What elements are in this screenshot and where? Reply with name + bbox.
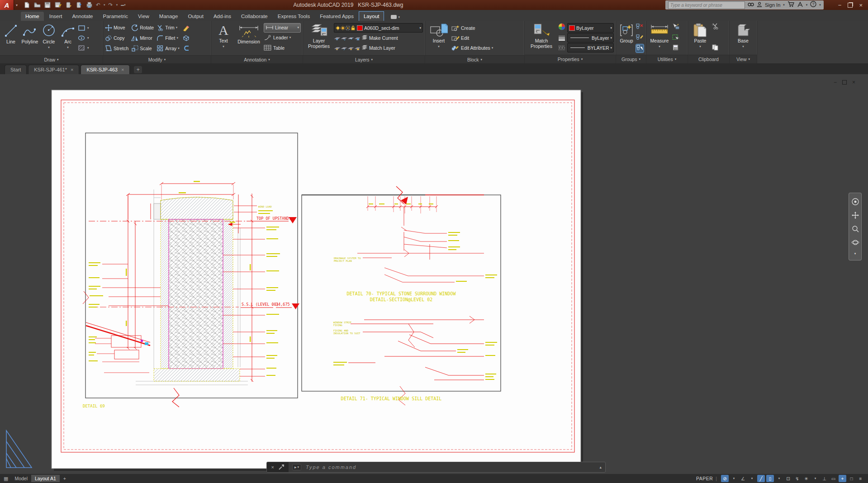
close-tab-icon[interactable]: × — [121, 67, 124, 72]
status-osnap-dropdown-icon[interactable]: ▾ — [775, 475, 783, 482]
mirror-button[interactable]: Mirror — [131, 33, 154, 43]
status-osnap-icon[interactable]: ▯ — [766, 475, 774, 482]
status-osnap-tracking-icon[interactable]: ╱ — [757, 475, 765, 482]
panel-label-groups[interactable]: Groups▾ — [616, 55, 646, 63]
dimension-button[interactable]: Dimension — [235, 22, 263, 54]
block-create-button[interactable]: Create — [451, 23, 522, 33]
new-layout-button[interactable]: + — [60, 475, 70, 482]
tab-featured-apps[interactable]: Featured Apps — [315, 12, 358, 21]
group-edit-icon[interactable] — [636, 34, 644, 42]
lineweight-dropdown[interactable]: ByLayer▾ — [567, 33, 614, 43]
app-dropdown-icon[interactable]: ▾ — [806, 3, 808, 7]
join-icon[interactable] — [182, 43, 190, 53]
table-button[interactable]: Table — [264, 43, 301, 53]
arc-button[interactable]: Arc ▾ — [59, 22, 77, 54]
rectangle-tool[interactable]: ▾ — [78, 23, 89, 33]
tab-annotate[interactable]: Annotate — [67, 12, 97, 21]
status-workspace-icon[interactable]: ✳ — [802, 475, 810, 482]
linetype-icon[interactable] — [558, 44, 565, 52]
insert-button[interactable]: Insert ▾ — [427, 22, 451, 54]
edit-attributes-button[interactable]: Edit Attributes▾ — [451, 43, 522, 53]
status-quick-properties-icon[interactable]: + — [839, 475, 846, 482]
color-dropdown[interactable]: ByLayer▾ — [567, 23, 614, 33]
close-button[interactable]: × — [859, 2, 863, 8]
lineweight-icon[interactable] — [558, 34, 565, 43]
panel-label-annotation[interactable]: Annotation▾ — [211, 55, 303, 63]
status-selection-cycling-icon[interactable]: ⊡ — [784, 475, 792, 482]
panel-label-view[interactable]: View▾ — [730, 55, 757, 63]
array-button[interactable]: Array▾ — [157, 43, 180, 53]
circle-button[interactable]: Circle ▾ — [40, 22, 58, 54]
new-file-icon[interactable] — [23, 1, 30, 9]
panel-label-properties[interactable]: Properties▾ — [525, 55, 616, 63]
cmd-history-icon[interactable]: ▴ — [599, 465, 602, 469]
help-icon[interactable]: ? — [810, 1, 816, 9]
object-color-icon[interactable] — [558, 23, 565, 32]
leader-button[interactable]: Leader▾ — [264, 33, 301, 43]
navbar-more-icon[interactable]: ▾ — [854, 252, 856, 256]
status-polar-tracking-icon[interactable]: ⊘ — [721, 475, 729, 482]
doc-restore-icon[interactable] — [842, 80, 847, 85]
status-workspace-dropdown-icon[interactable]: ▾ — [811, 475, 819, 482]
zoom-icon[interactable] — [851, 225, 859, 233]
navigation-bar[interactable]: ▾ — [849, 193, 862, 260]
panel-label-layers[interactable]: Layers▾ — [303, 55, 425, 63]
status-customization-icon[interactable]: ≡ — [857, 475, 864, 482]
hatch-tool[interactable]: ▾ — [78, 43, 89, 53]
line-button[interactable]: Line — [2, 22, 20, 54]
cut-icon[interactable] — [711, 23, 719, 31]
scale-button[interactable]: Scale — [131, 43, 154, 53]
block-edit-button[interactable]: Edit — [451, 33, 522, 43]
layer-properties-button[interactable]: Layer Properties — [305, 22, 333, 54]
app-store-cart-icon[interactable] — [787, 1, 794, 9]
panel-label-block[interactable]: Block▾ — [425, 55, 524, 63]
erase-icon[interactable] — [182, 23, 190, 33]
copy-clip-icon[interactable] — [711, 44, 719, 52]
tab-output[interactable]: Output — [183, 12, 208, 21]
base-button[interactable]: Base ▾ — [734, 22, 752, 54]
trim-button[interactable]: Trim▾ — [157, 23, 180, 33]
match-properties-button[interactable]: Match Properties — [526, 22, 556, 54]
panel-label-utilities[interactable]: Utilities▾ — [646, 55, 688, 63]
ribbon-display-toggle[interactable]: ▾ — [391, 15, 400, 19]
file-tab-start[interactable]: Start — [5, 65, 27, 74]
status-isolate-icon[interactable]: □ — [848, 475, 855, 482]
navigation-wheel-icon[interactable] — [851, 198, 859, 206]
doc-close-icon[interactable]: × — [852, 80, 855, 85]
redo-icon[interactable]: ↷ — [109, 2, 113, 8]
cmd-customize-wrench-icon[interactable] — [278, 464, 284, 470]
user-icon[interactable] — [757, 1, 762, 9]
fillet-button[interactable]: Fillet▾ — [157, 33, 180, 43]
model-grid-icon[interactable]: ▦ — [4, 476, 8, 482]
app-menu-dropdown-icon[interactable]: ▾ — [14, 3, 19, 7]
cmd-close-icon[interactable]: × — [271, 464, 274, 470]
file-tab-ksr-sjp-463[interactable]: KSR-SJP-463× — [81, 65, 130, 74]
status-annotation-monitor-icon[interactable]: ⊥ — [821, 475, 828, 482]
tab-add-ins[interactable]: Add-ins — [209, 12, 236, 21]
panel-label-clipboard[interactable]: Clipboard — [688, 55, 729, 63]
status-annotation-scale-icon[interactable]: ↯ — [793, 475, 801, 482]
new-drawing-tab-button[interactable]: + — [134, 66, 142, 73]
status-isodraft-icon[interactable]: ∠ — [739, 475, 747, 482]
ellipse-tool[interactable]: ▾ — [78, 33, 89, 43]
move-button[interactable]: Move — [105, 23, 128, 33]
linear-dimension-combo[interactable]: Linear ▾ — [264, 23, 301, 33]
linetype-dropdown[interactable]: BYLAYER▾ — [567, 43, 614, 52]
drawing-area[interactable]: TOP OF UPSTAND. S.S.L (LEVEL 00) 34,675 … — [0, 74, 868, 474]
file-tab-ksr-sjp-461[interactable]: KSR-SJP-461*× — [28, 65, 79, 74]
command-line[interactable]: × ▸▾ Type a command ▴ — [266, 462, 606, 473]
search-input[interactable] — [668, 1, 745, 9]
group-selection-toggle[interactable] — [636, 44, 644, 52]
ungroup-icon[interactable] — [636, 23, 644, 31]
make-current-button[interactable]: Make Current — [334, 33, 423, 43]
stretch-button[interactable]: Stretch — [105, 43, 128, 53]
paper-model-toggle[interactable]: PAPER — [696, 476, 713, 481]
open-folder-icon[interactable] — [33, 1, 41, 9]
close-tab-icon[interactable]: × — [71, 67, 73, 72]
explode-icon[interactable] — [182, 33, 190, 43]
status-polar-dropdown-icon[interactable]: ▾ — [730, 475, 738, 482]
copy-button[interactable]: Copy — [105, 33, 128, 43]
open-from-web-icon[interactable] — [65, 1, 72, 9]
autocad-logo-icon[interactable]: A — [0, 0, 14, 10]
tab-view[interactable]: View — [133, 12, 154, 21]
